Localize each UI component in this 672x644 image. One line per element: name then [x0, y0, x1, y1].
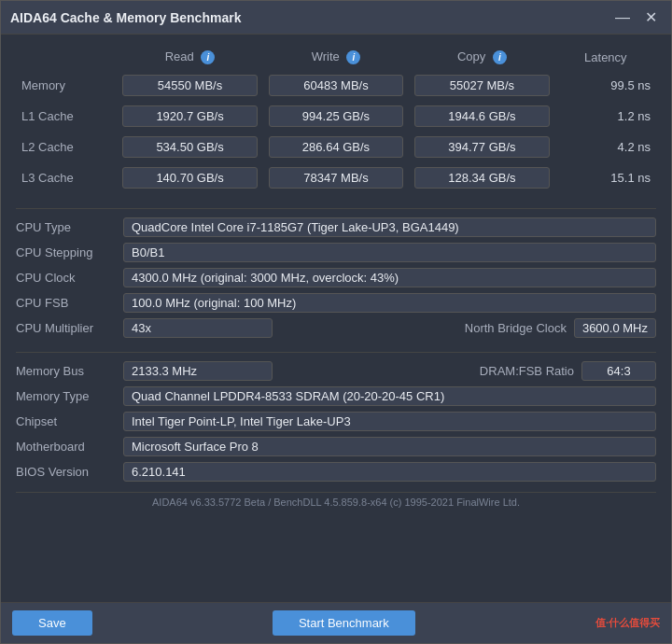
latency-cell-0: 99.5 ns	[555, 70, 656, 101]
latency-col-header: Latency	[555, 46, 656, 70]
read-col-header: Read i	[117, 46, 262, 70]
motherboard-row: Motherboard Microsoft Surface Pro 8	[16, 434, 656, 459]
read-info-icon[interactable]: i	[201, 50, 215, 64]
save-button[interactable]: Save	[12, 610, 92, 636]
main-window: AIDA64 Cache & Memory Benchmark — ✕ Read…	[0, 0, 672, 644]
memory-section: Memory Bus 2133.3 MHz DRAM:FSB Ratio 64:…	[16, 358, 656, 484]
divider-1	[16, 208, 656, 209]
read-cell-2: 534.50 GB/s	[117, 132, 262, 162]
bottom-bar: Save Start Benchmark 值·什么值得买	[1, 602, 671, 643]
cpu-fsb-label: CPU FSB	[16, 296, 123, 310]
memory-type-row: Memory Type Quad Channel LPDDR4-8533 SDR…	[16, 384, 656, 409]
bios-row: BIOS Version 6.210.141	[16, 459, 656, 484]
chipset-label: Chipset	[16, 414, 123, 428]
copy-cell-1: 1944.6 GB/s	[409, 101, 554, 132]
table-row: L2 Cache 534.50 GB/s 286.64 GB/s 394.77 …	[16, 132, 656, 162]
cpu-fsb-row: CPU FSB 100.0 MHz (original: 100 MHz)	[16, 290, 656, 315]
write-info-icon[interactable]: i	[346, 50, 360, 64]
main-content: Read i Write i Copy i Latency	[1, 35, 671, 602]
copy-col-header: Copy i	[409, 46, 554, 70]
memory-bus-value: 2133.3 MHz	[123, 361, 273, 381]
watermark: 值·什么值得买	[595, 616, 660, 630]
dram-ratio-label: DRAM:FSB Ratio	[480, 364, 574, 378]
bios-value: 6.210.141	[123, 462, 656, 482]
window-title: AIDA64 Cache & Memory Benchmark	[10, 10, 611, 25]
row-label-3: L3 Cache	[16, 162, 117, 193]
write-cell-0: 60483 MB/s	[263, 70, 409, 101]
table-row: Memory 54550 MB/s 60483 MB/s 55027 MB/s …	[16, 70, 656, 101]
north-bridge-value: 3600.0 MHz	[574, 318, 656, 338]
read-cell-1: 1920.7 GB/s	[117, 101, 262, 132]
copy-cell-2: 394.77 GB/s	[409, 132, 554, 162]
copy-info-icon[interactable]: i	[493, 50, 507, 64]
latency-cell-3: 15.1 ns	[555, 162, 656, 193]
start-benchmark-button[interactable]: Start Benchmark	[273, 610, 415, 636]
write-cell-1: 994.25 GB/s	[263, 101, 409, 132]
memory-type-value: Quad Channel LPDDR4-8533 SDRAM (20-20-20…	[123, 386, 656, 406]
benchmark-table: Read i Write i Copy i Latency	[16, 46, 656, 193]
footer-text: AIDA64 v6.33.5772 Beta / BenchDLL 4.5.85…	[16, 492, 656, 513]
dram-ratio-value: 64:3	[581, 361, 656, 381]
latency-cell-2: 4.2 ns	[555, 132, 656, 162]
memory-type-label: Memory Type	[16, 389, 123, 403]
row-label-2: L2 Cache	[16, 132, 117, 162]
read-cell-3: 140.70 GB/s	[117, 162, 262, 193]
chipset-value: Intel Tiger Point-LP, Intel Tiger Lake-U…	[123, 412, 656, 431]
chipset-row: Chipset Intel Tiger Point-LP, Intel Tige…	[16, 409, 656, 434]
cpu-stepping-value: B0/B1	[123, 243, 656, 262]
dram-ratio-group: DRAM:FSB Ratio 64:3	[480, 361, 656, 381]
cpu-type-label: CPU Type	[16, 220, 123, 234]
write-col-header: Write i	[263, 46, 409, 70]
cpu-multiplier-label: CPU Multiplier	[16, 321, 123, 335]
memory-bus-row: Memory Bus 2133.3 MHz DRAM:FSB Ratio 64:…	[16, 358, 656, 384]
north-bridge-group: North Bridge Clock 3600.0 MHz	[465, 318, 656, 338]
close-button[interactable]: ✕	[639, 7, 662, 29]
window-controls: — ✕	[611, 7, 662, 29]
read-cell-0: 54550 MB/s	[117, 70, 262, 101]
copy-cell-0: 55027 MB/s	[409, 70, 554, 101]
cpu-stepping-row: CPU Stepping B0/B1	[16, 240, 656, 265]
row-label-1: L1 Cache	[16, 101, 117, 132]
cpu-type-row: CPU Type QuadCore Intel Core i7-1185G7 (…	[16, 215, 656, 240]
latency-cell-1: 1.2 ns	[555, 101, 656, 132]
motherboard-label: Motherboard	[16, 440, 123, 454]
cpu-multiplier-value: 43x	[123, 318, 273, 338]
watermark-text: 值·什么值得买	[595, 616, 660, 630]
write-cell-3: 78347 MB/s	[263, 162, 409, 193]
table-row: L1 Cache 1920.7 GB/s 994.25 GB/s 1944.6 …	[16, 101, 656, 132]
label-col-header	[16, 46, 117, 70]
cpu-clock-value: 4300.0 MHz (original: 3000 MHz, overcloc…	[123, 268, 656, 287]
bios-label: BIOS Version	[16, 465, 123, 479]
cpu-fsb-value: 100.0 MHz (original: 100 MHz)	[123, 293, 656, 313]
cpu-stepping-label: CPU Stepping	[16, 245, 123, 259]
title-bar: AIDA64 Cache & Memory Benchmark — ✕	[1, 1, 671, 35]
memory-bus-label: Memory Bus	[16, 364, 123, 378]
cpu-type-value: QuadCore Intel Core i7-1185G7 (Tiger Lak…	[123, 217, 656, 237]
row-label-0: Memory	[16, 70, 117, 101]
cpu-clock-row: CPU Clock 4300.0 MHz (original: 3000 MHz…	[16, 265, 656, 290]
motherboard-value: Microsoft Surface Pro 8	[123, 437, 656, 456]
info-section: CPU Type QuadCore Intel Core i7-1185G7 (…	[16, 215, 656, 341]
minimize-button[interactable]: —	[611, 7, 634, 29]
copy-cell-3: 128.34 GB/s	[409, 162, 554, 193]
write-cell-2: 286.64 GB/s	[263, 132, 409, 162]
north-bridge-label: North Bridge Clock	[465, 321, 567, 335]
table-row: L3 Cache 140.70 GB/s 78347 MB/s 128.34 G…	[16, 162, 656, 193]
cpu-multiplier-row: CPU Multiplier 43x North Bridge Clock 36…	[16, 315, 656, 341]
cpu-clock-label: CPU Clock	[16, 271, 123, 285]
divider-2	[16, 352, 656, 353]
